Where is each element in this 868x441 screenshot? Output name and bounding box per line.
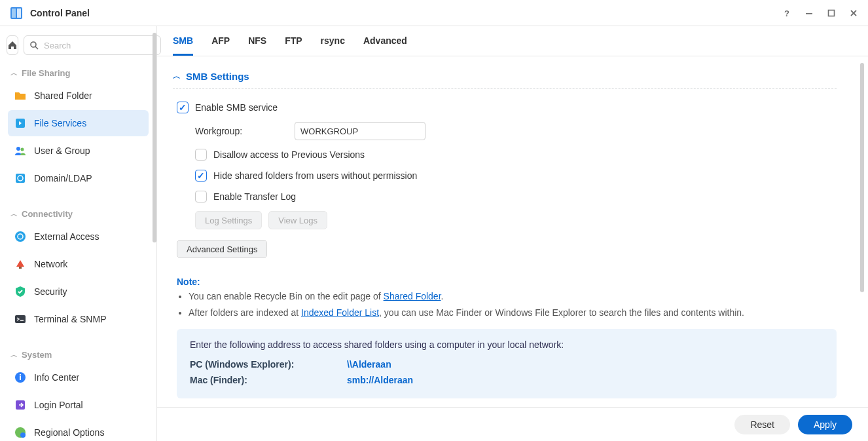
hide-shared-row: Hide shared folders from users without p…: [177, 165, 837, 186]
chevron-up-icon: ︿: [10, 350, 18, 360]
apply-button[interactable]: Apply: [798, 415, 852, 434]
sidebar-item-label: Shared Folder: [34, 90, 92, 101]
sidebar-item-file-services[interactable]: File Services: [8, 110, 149, 136]
tab-ftp[interactable]: FTP: [285, 35, 302, 56]
domain-icon: [13, 171, 27, 185]
terminal-icon: [13, 312, 27, 326]
svg-rect-4: [806, 13, 812, 14]
shield-icon: [13, 284, 27, 299]
advanced-settings-button[interactable]: Advanced Settings: [177, 240, 267, 258]
group-label: Connectivity: [22, 209, 73, 219]
pc-address: \\Alderaan: [347, 359, 391, 370]
sidebar-item-label: File Services: [34, 118, 86, 128]
search-input-wrap[interactable]: [24, 35, 161, 55]
sidebar-item-label: Security: [34, 286, 67, 297]
content-area: ︿ SMB Settings Enable SMB service Workgr…: [157, 56, 868, 407]
file-services-icon: [13, 116, 27, 130]
svg-point-11: [16, 147, 20, 151]
smb-settings-header[interactable]: ︿ SMB Settings: [173, 68, 837, 89]
sidebar-item-user-group[interactable]: User & Group: [8, 138, 149, 164]
enable-smb-checkbox[interactable]: [177, 102, 189, 113]
sidebar-item-label: Login Portal: [34, 400, 83, 410]
help-icon[interactable]: ?: [782, 8, 792, 18]
sidebar-item-network[interactable]: Network: [8, 251, 149, 277]
transfer-log-label: Enable Transfer Log: [213, 191, 296, 202]
sidebar-item-label: Network: [34, 259, 67, 269]
access-address-box: Enter the following address to access sh…: [177, 329, 837, 398]
reset-button[interactable]: Reset: [734, 415, 790, 434]
svg-rect-1: [12, 9, 16, 18]
note-bullet-1: You can enable Recycle Bin on the edit p…: [189, 290, 837, 303]
sidebar-item-terminal-snmp[interactable]: Terminal & SNMP: [8, 306, 149, 332]
sidebar-item-label: Terminal & SNMP: [34, 314, 106, 324]
group-label: System: [22, 350, 52, 360]
users-icon: [13, 144, 27, 158]
svg-point-23: [20, 432, 26, 438]
svg-line-9: [35, 47, 38, 49]
view-logs-button: View Logs: [268, 211, 327, 229]
workgroup-input[interactable]: [295, 122, 425, 140]
transfer-log-checkbox[interactable]: [195, 191, 207, 202]
mac-label: Mac (Finder):: [190, 375, 321, 385]
chevron-up-icon: ︿: [173, 71, 181, 82]
workgroup-label: Workgroup:: [195, 126, 287, 136]
tab-afp[interactable]: AFP: [211, 35, 230, 56]
sidebar-item-label: Regional Options: [34, 427, 104, 438]
info-icon: [13, 370, 27, 385]
sidebar-item-regional-options[interactable]: Regional Options: [8, 419, 149, 441]
group-system[interactable]: ︿ System: [7, 343, 150, 364]
search-input[interactable]: [43, 40, 155, 51]
svg-point-15: [15, 231, 26, 242]
group-connectivity[interactable]: ︿ Connectivity: [7, 202, 150, 223]
svg-text:?: ?: [784, 9, 789, 18]
sidebar-item-label: User & Group: [34, 145, 90, 156]
disallow-prev-checkbox[interactable]: [195, 149, 207, 161]
indexed-folder-list-link[interactable]: Indexed Folder List: [301, 307, 379, 318]
access-intro: Enter the following address to access sh…: [190, 339, 823, 350]
note-bullet-2: After folders are indexed at Indexed Fol…: [189, 306, 837, 320]
maximize-icon[interactable]: [826, 8, 837, 18]
sidebar: ︿ File Sharing Shared Folder File Servic…: [0, 26, 157, 441]
note-heading: Note:: [177, 277, 837, 287]
login-portal-icon: [13, 398, 27, 412]
sidebar-item-shared-folder[interactable]: Shared Folder: [8, 83, 149, 109]
sidebar-item-security[interactable]: Security: [8, 278, 149, 305]
tab-nfs[interactable]: NFS: [248, 35, 266, 56]
app-icon: [9, 6, 24, 20]
search-icon: [29, 41, 39, 50]
hide-shared-label: Hide shared folders from users without p…: [213, 170, 417, 181]
svg-point-12: [21, 148, 24, 151]
chevron-up-icon: ︿: [10, 209, 18, 219]
workgroup-row: Workgroup:: [177, 118, 837, 144]
shared-folder-link[interactable]: Shared Folder: [384, 291, 441, 301]
window-title: Control Panel: [30, 8, 90, 18]
sidebar-item-external-access[interactable]: External Access: [8, 223, 149, 250]
footer-bar: Reset Apply: [157, 407, 868, 441]
close-icon[interactable]: [848, 8, 859, 18]
svg-point-8: [31, 42, 36, 47]
svg-rect-19: [20, 376, 21, 380]
svg-rect-16: [19, 267, 22, 269]
tab-bar: SMB AFP NFS FTP rsync Advanced: [157, 26, 868, 56]
svg-rect-17: [15, 315, 26, 323]
home-button[interactable]: [7, 35, 18, 55]
svg-rect-13: [16, 174, 25, 183]
content-scrollbar[interactable]: [860, 63, 864, 292]
group-file-sharing[interactable]: ︿ File Sharing: [7, 62, 150, 82]
sidebar-item-domain-ldap[interactable]: Domain/LDAP: [8, 165, 149, 191]
note-block: Note: You can enable Recycle Bin on the …: [177, 277, 837, 320]
log-settings-button: Log Settings: [195, 211, 262, 229]
sidebar-scrollbar[interactable]: [153, 33, 156, 242]
tab-rsync[interactable]: rsync: [321, 35, 345, 56]
sidebar-item-label: Domain/LDAP: [34, 173, 92, 183]
sidebar-item-info-center[interactable]: Info Center: [8, 364, 149, 391]
chevron-up-icon: ︿: [10, 68, 18, 78]
tab-smb[interactable]: SMB: [173, 35, 193, 56]
tab-advanced[interactable]: Advanced: [363, 35, 407, 56]
title-bar: Control Panel ?: [0, 0, 868, 26]
main-panel: SMB AFP NFS FTP rsync Advanced ︿ SMB Set…: [157, 26, 868, 441]
hide-shared-checkbox[interactable]: [195, 170, 207, 182]
disallow-prev-label: Disallow access to Previous Versions: [213, 149, 365, 160]
minimize-icon[interactable]: [804, 8, 814, 18]
sidebar-item-login-portal[interactable]: Login Portal: [8, 392, 149, 418]
